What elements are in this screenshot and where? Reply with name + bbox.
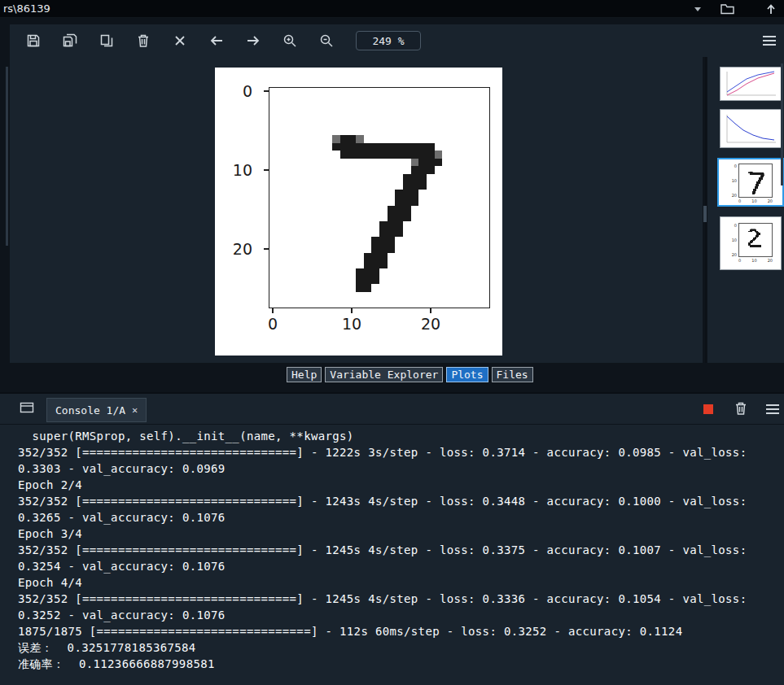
- console-line: 误差： 0.3251778185367584: [18, 639, 779, 656]
- console-options-menu-button[interactable]: [766, 404, 779, 414]
- digit-2-mini-image: [738, 223, 773, 257]
- xtick-mark: [430, 308, 431, 313]
- console-line: super(RMSprop, self).__init__(name, **kw…: [18, 428, 779, 444]
- remove-all-plots-button[interactable]: [168, 29, 192, 52]
- ytick-mark: [264, 169, 269, 171]
- save-all-icon: [63, 33, 78, 48]
- divider-handle[interactable]: [703, 206, 707, 222]
- zoom-in-button[interactable]: [278, 29, 302, 52]
- thumbnails-scrollbar[interactable]: [781, 63, 783, 185]
- console-tab[interactable]: Console 1/A ✕: [46, 398, 147, 422]
- chevron-down-icon[interactable]: [694, 7, 701, 11]
- left-scrollbar[interactable]: [6, 67, 8, 246]
- digit-7-image: [269, 87, 490, 308]
- xtick-mark: [272, 308, 274, 313]
- console-line: 352/352 [==============================]…: [18, 444, 779, 460]
- thumbnail-digit-7[interactable]: 01020 01020: [717, 158, 784, 207]
- zoom-in-icon: [283, 33, 297, 48]
- plots-toolbar: 249 %: [10, 24, 784, 57]
- console-line: 352/352 [==============================]…: [18, 591, 779, 607]
- ytick-label: 20: [231, 240, 261, 258]
- tab-help[interactable]: Help: [287, 367, 322, 382]
- plot-canvas: 0 10 20 0 10 20: [10, 57, 703, 363]
- pane-tab-bar: HelpVariable ExplorerPlotsFiles: [287, 367, 533, 382]
- ytick-mark: [264, 90, 269, 92]
- next-plot-button[interactable]: [241, 29, 265, 52]
- ytick-mark: [264, 248, 269, 250]
- mini-xtick-labels: 01020: [738, 258, 773, 263]
- mini-ytick-labels: 01020: [727, 223, 737, 257]
- xtick-label: 20: [418, 315, 443, 333]
- console-pane: Console 1/A ✕ super(RMSprop, self).__ini…: [0, 392, 784, 685]
- spyder-window: rs\86139: [0, 0, 784, 685]
- copy-plot-button[interactable]: [94, 29, 119, 52]
- save-plot-button[interactable]: [21, 29, 46, 52]
- console-line: 0.3254 - val_accuracy: 0.1076: [18, 558, 779, 574]
- console-tab-label: Console 1/A: [55, 404, 125, 417]
- zoom-level-display[interactable]: 249 %: [356, 31, 421, 50]
- window-panes-icon: [20, 401, 34, 414]
- console-header: Console 1/A ✕: [0, 394, 784, 425]
- hamburger-icon: [763, 36, 776, 37]
- stop-icon[interactable]: [703, 404, 713, 414]
- up-arrow-icon: [765, 3, 777, 15]
- zoom-out-icon: [319, 33, 334, 48]
- console-line: 0.3252 - val_accuracy: 0.1076: [18, 607, 779, 623]
- console-line: Epoch 4/4: [18, 574, 779, 591]
- matplotlib-figure: 0 10 20 0 10 20: [215, 68, 502, 356]
- console-line: 0.3303 - val_accuracy: 0.0969: [18, 460, 779, 477]
- browse-folder-button[interactable]: [718, 2, 736, 16]
- previous-plot-button[interactable]: [204, 29, 229, 52]
- thumbnail-training-metrics[interactable]: [720, 67, 782, 101]
- close-icon[interactable]: ✕: [132, 404, 138, 416]
- plot-thumbnail-list: 01020 01020 01020 01020: [707, 57, 784, 363]
- browse-tabs-button[interactable]: [20, 401, 34, 417]
- tab-plots[interactable]: Plots: [446, 367, 488, 382]
- plots-options-menu-button[interactable]: [763, 36, 776, 46]
- tab-variable-explorer[interactable]: Variable Explorer: [325, 367, 443, 382]
- left-arrow-icon: [209, 35, 224, 46]
- xtick-label: 10: [339, 315, 364, 333]
- remove-plot-button[interactable]: [131, 29, 155, 52]
- console-line: Epoch 3/4: [18, 526, 779, 542]
- save-all-plots-button[interactable]: [58, 29, 82, 52]
- mini-ytick-labels: 01020: [727, 164, 737, 198]
- thumbnail-loss-curve[interactable]: [720, 109, 782, 148]
- xtick-mark: [351, 308, 353, 313]
- console-line: 0.3265 - val_accuracy: 0.1076: [18, 509, 779, 526]
- hamburger-icon: [766, 404, 779, 406]
- xtick-label: 0: [265, 315, 281, 333]
- console-line: 352/352 [==============================]…: [18, 542, 779, 558]
- ytick-label: 10: [231, 161, 261, 179]
- digit-7-mini-image: [738, 164, 773, 198]
- close-all-icon: [173, 34, 186, 47]
- console-line: 准确率： 0.11236666887998581: [18, 656, 779, 672]
- line-chart-thumbnail: [720, 68, 781, 100]
- right-arrow-icon: [246, 35, 261, 46]
- working-directory-bar: rs\86139: [0, 0, 784, 18]
- ytick-label: 0: [231, 82, 261, 100]
- console-output: super(RMSprop, self).__init__(name, **kw…: [18, 428, 779, 685]
- copy-icon: [99, 33, 114, 48]
- parent-directory-button[interactable]: [762, 2, 780, 16]
- console-line: 352/352 [==============================]…: [18, 493, 779, 509]
- loss-curve-thumbnail: [720, 110, 781, 147]
- console-line: 1875/1875 [=============================…: [18, 623, 779, 639]
- mini-xtick-labels: 01020: [738, 199, 773, 203]
- thumbnail-digit-2[interactable]: 01020 01020: [720, 216, 782, 270]
- tab-files[interactable]: Files: [492, 367, 533, 382]
- trash-icon: [137, 33, 150, 48]
- folder-icon: [720, 3, 734, 15]
- remove-variables-button[interactable]: [734, 401, 747, 419]
- working-directory-path[interactable]: rs\86139: [3, 2, 50, 15]
- console-line: Epoch 2/4: [18, 477, 779, 493]
- zoom-out-button[interactable]: [314, 29, 339, 52]
- trash-icon: [734, 401, 747, 416]
- save-icon: [26, 33, 41, 48]
